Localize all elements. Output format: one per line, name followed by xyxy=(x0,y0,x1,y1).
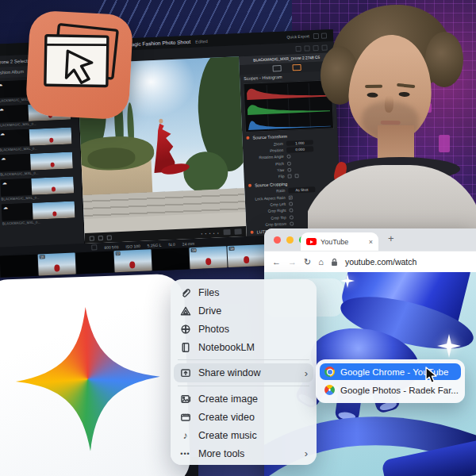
browser-doodle-app-icon xyxy=(25,10,134,121)
person-photo xyxy=(308,0,476,235)
menu-item-files[interactable]: Files xyxy=(171,283,317,301)
meta-focal: 24 mm xyxy=(182,240,195,246)
cloud-sync-icon: ☁ xyxy=(0,81,2,86)
gray-sweater xyxy=(308,165,476,235)
tab-title: YouTube xyxy=(321,238,348,246)
cloud-sync-icon: ☁ xyxy=(2,179,6,185)
quick-export-button[interactable]: Quick Export xyxy=(286,33,309,39)
dial-knob[interactable] xyxy=(290,215,294,219)
back-icon[interactable]: ← xyxy=(272,257,281,267)
menu-item-photos[interactable]: Photos xyxy=(171,320,317,338)
menu-item-create-image[interactable]: Create image xyxy=(171,390,317,408)
transport-chip[interactable] xyxy=(234,228,241,234)
minimize-window-button[interactable] xyxy=(286,236,294,244)
menu-item-share-window[interactable]: Share window › xyxy=(174,363,313,382)
home-icon[interactable]: ⌂ xyxy=(318,257,324,267)
filmstrip-frame[interactable] xyxy=(0,255,38,278)
eye xyxy=(398,92,409,98)
cloud-sync-icon: ☁ xyxy=(3,204,8,209)
bin-title: Fashion Album xyxy=(0,69,24,75)
cloud-sync-icon: ☁ xyxy=(0,130,5,136)
bin-clip-thumbnail[interactable]: ☁ BLACKMAGIC_MXL_0… xyxy=(2,201,78,225)
menu-separator xyxy=(178,359,309,360)
clapper-icon xyxy=(179,411,191,423)
dial-knob[interactable] xyxy=(290,221,294,225)
menu-item-create-music[interactable]: ♪ Create music xyxy=(171,426,317,444)
view-mode-icon[interactable] xyxy=(295,45,301,51)
photos-icon xyxy=(179,323,191,335)
submenu-item-label: Google Photos - Radek Far... xyxy=(340,386,459,395)
hand-drawn-window-cursor-icon xyxy=(25,10,134,121)
scopes-title: Scopes - Histogram xyxy=(244,75,282,81)
forward-icon[interactable]: → xyxy=(288,257,297,267)
gemini-tools-menu: Files Drive Photos NotebookLM xyxy=(171,279,317,465)
rating-dots[interactable]: • • • • • xyxy=(201,230,220,236)
submenu-item-chrome-youtube[interactable]: Google Chrome - YouTube xyxy=(320,363,461,380)
transport-chip[interactable] xyxy=(223,229,230,235)
new-tab-button[interactable]: + xyxy=(388,232,394,244)
drive-icon xyxy=(179,305,191,317)
meta-aperture: f4.0 xyxy=(168,242,175,247)
flip-toggle[interactable] xyxy=(288,175,292,178)
dial-knob[interactable] xyxy=(289,209,293,213)
hair xyxy=(425,32,463,87)
bin-clip-thumbnail[interactable]: ☁ BLACKMAGIC_MXL_0… xyxy=(0,176,76,201)
tab-icon[interactable] xyxy=(273,65,282,71)
filmstrip-frame[interactable] xyxy=(75,251,113,274)
tab-icon-active[interactable] xyxy=(292,64,301,71)
more-dots-icon: ••• xyxy=(179,447,191,459)
menu-item-label: Share window xyxy=(198,367,261,378)
filmstrip-frame[interactable] xyxy=(152,248,190,271)
transport-icon[interactable] xyxy=(107,235,112,240)
menu-separator xyxy=(178,386,309,386)
gemini-star-logo xyxy=(13,305,163,454)
meta-iso: ISO 100 xyxy=(125,243,140,248)
menu-item-label: Photos xyxy=(198,324,229,335)
meta-size: 5.25G L xyxy=(148,242,162,248)
bin-clip-thumbnail[interactable]: ☁ BLACKMAGIC_MXL_0… xyxy=(0,127,75,152)
lock-aspect-checkbox[interactable]: ✓ xyxy=(289,195,293,199)
frame-icon xyxy=(91,244,97,250)
eye xyxy=(367,92,378,98)
filmstrip-frame[interactable]: 19 xyxy=(228,244,266,267)
menu-item-create-video[interactable]: Create video xyxy=(171,408,317,426)
tab-bar: YouTube × + xyxy=(264,228,476,251)
dial-knob[interactable] xyxy=(286,155,290,159)
tab-youtube[interactable]: YouTube × xyxy=(301,232,378,251)
transport-icon[interactable] xyxy=(98,235,103,240)
thumbnail-composite: Blackmagic Fashion Photo Shoot Edited Qu… xyxy=(0,0,476,476)
filmstrip-frame[interactable]: 17 xyxy=(113,249,152,272)
cloud-sync-icon: ☁ xyxy=(0,106,4,111)
menu-item-label: NotebookLM xyxy=(198,342,255,353)
filmstrip-frame[interactable]: 18 xyxy=(190,246,228,269)
flip-toggle[interactable] xyxy=(295,175,299,178)
reload-icon[interactable]: ↻ xyxy=(304,257,311,267)
url-bar: ← → ↻ ⌂ youtube.com/watch xyxy=(264,251,476,272)
chrome-icon xyxy=(324,367,335,377)
address-url[interactable]: youtube.com/watch xyxy=(345,257,416,267)
menu-item-label: Create music xyxy=(198,430,257,441)
image-icon xyxy=(179,393,191,405)
mouth xyxy=(381,121,401,125)
dial-knob[interactable] xyxy=(289,202,293,205)
google-photos-icon xyxy=(324,385,335,395)
dial-knob[interactable] xyxy=(287,168,291,172)
eyebrow xyxy=(397,83,415,88)
transport-icon[interactable] xyxy=(90,236,94,240)
tab-close-icon[interactable]: × xyxy=(369,238,373,246)
menu-item-label: Drive xyxy=(198,305,221,317)
dial-knob[interactable] xyxy=(287,161,291,165)
menu-item-drive[interactable]: Drive xyxy=(171,301,317,320)
menu-item-more-tools[interactable]: ••• More tools › xyxy=(171,444,317,463)
menu-item-notebooklm[interactable]: NotebookLM xyxy=(171,338,317,356)
submenu-item-google-photos[interactable]: Google Photos - Radek Far... xyxy=(320,382,461,398)
section-title: Source Cropping xyxy=(255,182,288,188)
filmstrip-frame[interactable]: 16 xyxy=(37,253,75,276)
close-window-button[interactable] xyxy=(274,236,281,244)
menu-item-label: Files xyxy=(198,287,219,298)
section-title: Source Transform xyxy=(252,134,287,140)
sparkle-glint xyxy=(437,334,461,358)
youtube-favicon xyxy=(306,238,317,245)
bin-clip-thumbnail[interactable]: ☁ BLACKMAGIC_MXL_0… xyxy=(0,152,75,176)
lock-icon xyxy=(331,258,338,267)
